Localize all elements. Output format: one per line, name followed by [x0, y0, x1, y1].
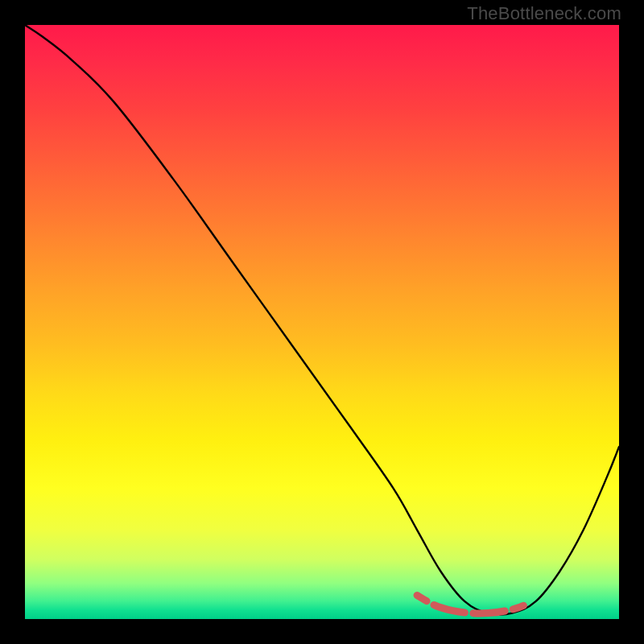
watermark: TheBottleneck.com — [467, 3, 621, 24]
chart-svg — [25, 25, 619, 619]
chart-plot — [25, 25, 619, 619]
curve-line — [25, 25, 619, 615]
optimal-band-markers — [417, 596, 536, 614]
